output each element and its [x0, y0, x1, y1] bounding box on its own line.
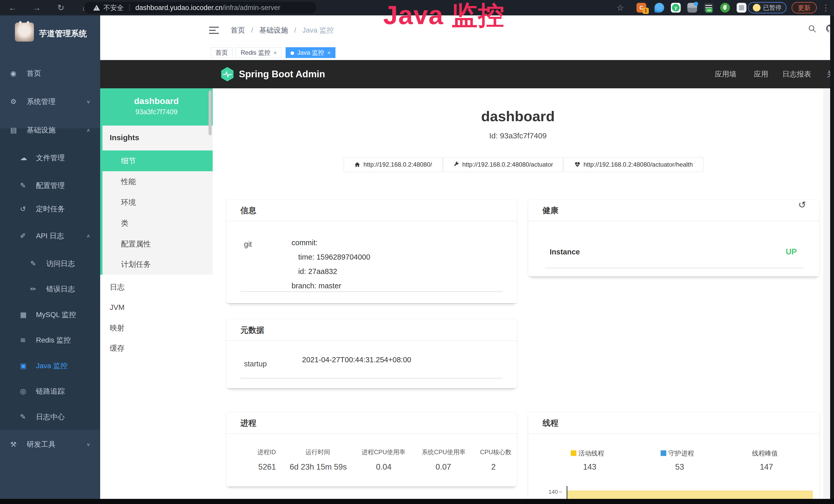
git-id-line: id: 27aa832: [291, 264, 370, 279]
tab-java-monitor[interactable]: Java 监控×: [286, 47, 335, 58]
extension-leaf-icon[interactable]: [720, 3, 730, 13]
sba-instance-header[interactable]: dashboard 93a3fc7f7409: [100, 88, 213, 125]
hamburger-icon[interactable]: [209, 27, 219, 35]
metadata-card: 元数据 startup 2021-04-27T00:44:31.254+08:0…: [226, 319, 517, 388]
metadata-row-rule: [240, 378, 503, 379]
sba-menu-mappings[interactable]: 映射: [103, 318, 213, 338]
sidebar-item-redis-monitor[interactable]: ≋ Redis 监控: [0, 334, 100, 347]
sidebar-item-label: 文件管理: [36, 151, 65, 165]
sidebar-item-dev-tools[interactable]: ⚒ 研发工具 ∨: [0, 438, 100, 451]
extension-puzzle-icon[interactable]: [737, 3, 746, 13]
close-icon[interactable]: ×: [273, 49, 277, 56]
history-icon: ↺: [20, 202, 26, 216]
browser-back-icon[interactable]: ←: [7, 0, 19, 16]
sba-menu-jvm[interactable]: JVM: [103, 297, 213, 318]
legend-blue-swatch: [661, 450, 666, 456]
sba-menu-config-props[interactable]: 配置属性: [103, 234, 213, 254]
history-icon[interactable]: ↺: [798, 200, 806, 210]
sba-menu-classes[interactable]: 类: [103, 213, 213, 234]
actuator-url-button[interactable]: http://192.168.0.2:48080/actuator: [443, 157, 563, 172]
sba-instance-name: dashboard: [100, 96, 213, 106]
browser-reload-icon[interactable]: ↻: [55, 0, 67, 16]
sidebar-item-mysql-monitor[interactable]: ▦ MySQL 监控: [0, 308, 100, 321]
tab-label: Redis 监控: [241, 49, 270, 56]
health-url-button[interactable]: http://192.168.0.2:48080/actuator/health: [564, 157, 704, 172]
update-button[interactable]: 更新: [792, 2, 817, 13]
annotation-java-monitor: Java 监控: [383, 0, 505, 33]
sidebar-item-label: 首页: [27, 67, 41, 80]
sidebar-item-label: 系统管理: [27, 95, 56, 108]
sba-nav-log-report[interactable]: 日志报表: [782, 60, 811, 88]
sba-nav-applications[interactable]: 应用: [754, 60, 768, 88]
sidebar-item-label: 链路追踪: [36, 385, 65, 398]
sba-nav-wall[interactable]: 应用墙: [715, 60, 737, 88]
cloud-upload-icon: ☁: [20, 151, 27, 165]
sba-menu-metrics[interactable]: 性能: [103, 171, 213, 192]
extension-pin-icon[interactable]: [655, 3, 664, 13]
info-row-label: git: [244, 240, 252, 249]
sba-menu-logs[interactable]: 日志: [103, 277, 213, 297]
browser-forward-icon[interactable]: →: [31, 0, 43, 16]
sidebar-item-system-mgmt[interactable]: ⚙ 系统管理 ∨: [0, 95, 100, 108]
sba-menu-details[interactable]: 细节: [103, 151, 213, 171]
legend-daemon-threads: 守护进程: [661, 449, 694, 458]
process-pid-value: 5261: [258, 462, 276, 472]
sidebar-item-label: 定时任务: [36, 202, 65, 216]
chart-ytick-140: 140: [540, 488, 558, 495]
sidebar-item-label: 配置管理: [36, 179, 65, 192]
browser-menu-dots-icon[interactable]: ⋮: [820, 0, 832, 16]
sba-sidebar-scrollbar[interactable]: [208, 90, 212, 135]
extension-list-icon[interactable]: on: [704, 3, 714, 13]
breadcrumb-home[interactable]: 首页: [231, 26, 245, 34]
sba-brand[interactable]: Spring Boot Admin: [239, 60, 325, 88]
process-uptime-value: 6d 23h 15m 59s: [290, 462, 347, 472]
extension-on-badge: on: [706, 8, 712, 13]
breadcrumb: 首页 / 基础设施 / Java 监控: [231, 16, 334, 45]
search-icon[interactable]: [805, 16, 820, 45]
breadcrumb-separator: /: [294, 26, 296, 34]
process-col-header: 系统CPU使用率: [422, 448, 466, 456]
sidebar-item-label: Java 监控: [36, 359, 68, 372]
not-secure-label: 不安全: [104, 3, 124, 12]
breadcrumb-infrastructure[interactable]: 基础设施: [259, 26, 288, 34]
sidebar-item-file-mgmt[interactable]: ☁ 文件管理: [0, 151, 100, 165]
sidebar-item-label: 研发工具: [27, 438, 56, 451]
sidebar-item-label: Redis 监控: [36, 334, 71, 347]
paused-badge[interactable]: 已暂停: [748, 2, 787, 13]
sidebar-item-api-log[interactable]: ✐ API 日志 ∧: [0, 229, 100, 243]
sidebar-item-label: 日志中心: [36, 410, 65, 423]
app-logo[interactable]: [15, 23, 34, 42]
sidebar-item-access-log[interactable]: ✎ 访问日志: [0, 257, 100, 270]
sidebar-item-infrastructure[interactable]: ▤ 基础设施 ∧: [0, 123, 100, 137]
sba-menu-caches[interactable]: 缓存: [103, 338, 213, 359]
update-label: 更新: [798, 4, 811, 12]
sidebar-item-java-monitor[interactable]: ▣ Java 监控: [0, 359, 100, 372]
sba-menu-environment[interactable]: 环境: [103, 192, 213, 213]
tab-redis-monitor[interactable]: Redis 监控×: [236, 47, 282, 58]
sidebar-item-config-mgmt[interactable]: ✎ 配置管理: [0, 179, 100, 192]
info-row-value: commit: time: 1596289704000 id: 27aa832 …: [291, 235, 370, 293]
git-branch-line: branch: master: [291, 279, 370, 293]
git-time-line: time: 1596289704000: [291, 250, 370, 264]
extension-y-icon[interactable]: y: [671, 3, 681, 13]
address-bar[interactable]: 不安全 dashboard.yudao.iocoder.cn/infra/adm…: [84, 2, 316, 14]
process-col-header: 进程ID: [257, 448, 276, 456]
home-icon: [354, 161, 360, 168]
sidebar-item-tracing[interactable]: ◎ 链路追踪: [0, 385, 100, 398]
wrench-icon: [453, 161, 459, 168]
actuator-url: http://192.168.0.2:48080/actuator: [462, 161, 553, 168]
url-host: dashboard.yudao.iocoder.cn: [135, 4, 222, 12]
sba-menu-scheduled-tasks[interactable]: 计划任务: [103, 254, 213, 275]
address-divider: [129, 4, 130, 11]
sidebar-item-home[interactable]: ◉ 首页: [0, 67, 100, 80]
sidebar-item-log-center[interactable]: ✎ 日志中心: [0, 410, 100, 423]
git-commit-line: commit:: [291, 235, 370, 250]
bookmark-star-icon[interactable]: ☆: [614, 0, 626, 16]
sidebar-item-scheduled-jobs[interactable]: ↺ 定时任务: [0, 202, 100, 216]
process-card: 进程 进程ID 运行时间 进程CPU使用率 系统CPU使用率 CPU核心数 52…: [226, 412, 517, 486]
tab-home[interactable]: 首页: [211, 47, 233, 58]
close-icon[interactable]: ×: [327, 49, 331, 56]
sidebar-item-error-log[interactable]: ✏ 错误日志: [0, 282, 100, 296]
instance-url-button[interactable]: http://192.168.0.2:48080/: [344, 157, 443, 172]
extension-grid-icon[interactable]: [687, 3, 697, 13]
